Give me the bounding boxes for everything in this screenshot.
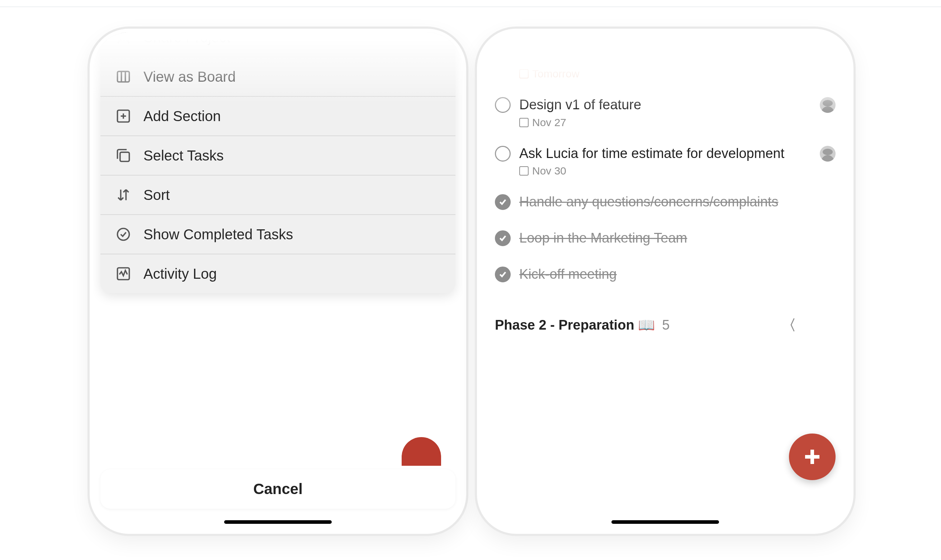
check-circle-icon xyxy=(115,226,132,243)
svg-rect-1 xyxy=(118,71,130,82)
menu-show-completed[interactable]: Show Completed Tasks xyxy=(100,215,455,254)
task-date-text: Tomorrow xyxy=(532,68,580,80)
task-date: Nov 27 xyxy=(519,117,811,129)
cancel-button[interactable]: Cancel xyxy=(100,469,455,509)
screen-left: Share Project View as Board Add Section … xyxy=(93,32,463,530)
section-header[interactable]: Phase 2 - Preparation 📖 5 〈 xyxy=(495,294,836,342)
task-body: Loop in the Marketing Team xyxy=(519,229,836,249)
task-body: Ask Lucia for time estimate for developm… xyxy=(519,145,811,177)
board-icon xyxy=(115,68,132,85)
menu-view-as-board[interactable]: View as Board xyxy=(100,57,455,97)
cancel-label: Cancel xyxy=(253,480,303,498)
menu-label: Activity Log xyxy=(143,266,217,282)
task-row[interactable]: Design v1 of feature Nov 27 xyxy=(495,88,836,136)
task-title: Design v1 of feature xyxy=(519,96,811,114)
section-title: Phase 2 - Preparation 📖 xyxy=(495,317,655,333)
add-task-fab[interactable] xyxy=(789,434,836,480)
task-body: Define the problem solved with "Cascade"… xyxy=(519,47,811,80)
task-date: Tomorrow xyxy=(519,68,811,80)
page-top-rule xyxy=(0,6,941,7)
assignee-avatar[interactable] xyxy=(820,146,836,162)
menu-label: Share Project xyxy=(143,32,230,46)
task-title: Handle any questions/concerns/complaints xyxy=(519,193,836,211)
section-count: 5 xyxy=(662,317,669,333)
menu-select-tasks[interactable]: Select Tasks xyxy=(100,136,455,175)
menu-sort[interactable]: Sort xyxy=(100,175,455,215)
plus-icon xyxy=(802,446,823,468)
home-indicator xyxy=(224,520,332,524)
phone-frame-left: Share Project View as Board Add Section … xyxy=(89,29,466,534)
svg-point-0 xyxy=(121,32,126,37)
menu-share-project[interactable]: Share Project xyxy=(100,32,455,57)
task-title: Ask Lucia for time estimate for developm… xyxy=(519,145,811,163)
task-checkbox-done[interactable] xyxy=(495,231,511,246)
stack-icon xyxy=(115,147,132,164)
task-date: Nov 30 xyxy=(519,165,811,177)
menu-label: Add Section xyxy=(143,108,221,124)
svg-point-8 xyxy=(118,229,130,240)
task-title: Loop in the Marketing Team xyxy=(519,229,836,247)
sort-icon xyxy=(115,186,132,203)
task-checkbox-done[interactable] xyxy=(495,266,511,282)
calendar-icon xyxy=(519,69,529,78)
home-indicator xyxy=(611,520,719,524)
fab-peek xyxy=(402,437,441,466)
task-row[interactable]: Ask Lucia for time estimate for developm… xyxy=(495,137,836,185)
assignee-avatar[interactable] xyxy=(820,49,836,65)
menu-label: Show Completed Tasks xyxy=(143,226,293,243)
task-date-text: Nov 30 xyxy=(532,165,566,177)
phone-frame-right: Define the problem solved with "Cascade"… xyxy=(477,29,853,534)
task-checkbox[interactable] xyxy=(495,49,511,65)
task-row-completed[interactable]: Kick-off meeting xyxy=(495,257,836,294)
task-body: Kick-off meeting xyxy=(519,265,836,286)
screen-right: Define the problem solved with "Cascade"… xyxy=(481,32,850,530)
task-date-text: Nov 27 xyxy=(532,117,566,129)
calendar-icon xyxy=(519,118,529,127)
task-row-completed[interactable]: Loop in the Marketing Team xyxy=(495,221,836,257)
menu-label: Select Tasks xyxy=(143,148,224,164)
assignee-avatar[interactable] xyxy=(820,97,836,113)
action-sheet: Share Project View as Board Add Section … xyxy=(100,32,455,293)
activity-icon xyxy=(115,265,132,282)
add-box-icon xyxy=(115,108,132,125)
task-body: Design v1 of feature Nov 27 xyxy=(519,96,811,128)
person-icon xyxy=(115,32,132,46)
task-row-completed[interactable]: Handle any questions/concerns/complaints xyxy=(495,185,836,221)
task-row[interactable]: Define the problem solved with "Cascade"… xyxy=(495,39,836,88)
chevron-left-icon: 〈 xyxy=(782,315,836,335)
task-title: Kick-off meeting xyxy=(519,265,836,283)
task-checkbox[interactable] xyxy=(495,97,511,113)
calendar-icon xyxy=(519,166,529,175)
task-checkbox-done[interactable] xyxy=(495,194,511,210)
task-list[interactable]: Define the problem solved with "Cascade"… xyxy=(481,32,850,414)
menu-add-section[interactable]: Add Section xyxy=(100,97,455,136)
task-checkbox[interactable] xyxy=(495,146,511,162)
task-title: Define the problem solved with "Cascade" xyxy=(519,47,811,66)
svg-rect-7 xyxy=(120,152,130,162)
menu-label: View as Board xyxy=(143,69,236,85)
menu-label: Sort xyxy=(143,187,170,203)
task-body: Handle any questions/concerns/complaints xyxy=(519,193,836,213)
menu-activity-log[interactable]: Activity Log xyxy=(100,254,455,293)
